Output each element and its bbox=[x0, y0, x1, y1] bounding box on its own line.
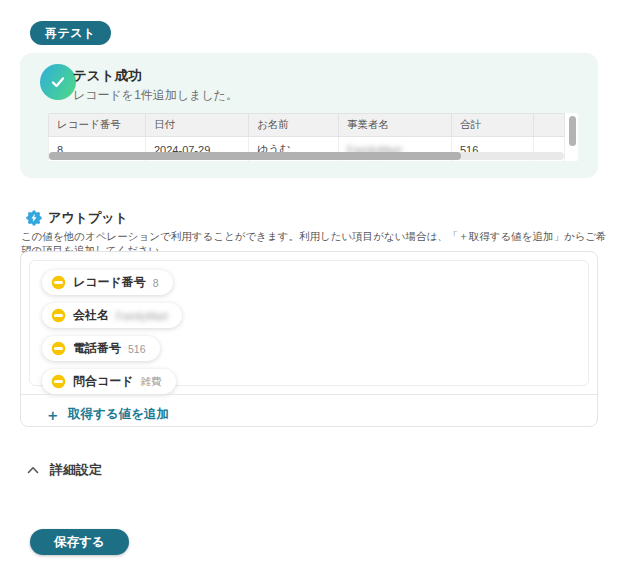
advanced-settings-toggle[interactable]: 詳細設定 bbox=[27, 461, 102, 479]
horizontal-scrollbar-thumb[interactable] bbox=[49, 152, 461, 160]
success-check-icon bbox=[40, 64, 76, 100]
output-badge-icon bbox=[26, 210, 42, 226]
tag-icon bbox=[51, 341, 66, 356]
pill-value: FamilyMart bbox=[116, 310, 168, 322]
output-values-box: レコード番号 8 会社名 FamilyMart 電話番号 516 bbox=[20, 251, 598, 427]
pill-label: 電話番号 bbox=[73, 340, 121, 357]
result-table-scroll-area[interactable]: レコード番号 日付 お名前 事業者名 合計 8 2024-07-29 ゆうむ F… bbox=[48, 113, 578, 161]
save-button[interactable]: 保存する bbox=[30, 529, 129, 555]
column-header-filler bbox=[534, 114, 565, 137]
operation-test-page: 再テスト テスト成功 レコードを1件追加しました。 レコード番号 日付 お名 bbox=[0, 0, 631, 571]
tag-icon bbox=[51, 275, 66, 290]
pill-value: 516 bbox=[128, 343, 146, 355]
success-message: レコードを1件追加しました。 bbox=[73, 87, 238, 104]
test-success-panel: テスト成功 レコードを1件追加しました。 レコード番号 日付 お名前 事業者名 … bbox=[20, 53, 598, 178]
advanced-settings-label: 詳細設定 bbox=[50, 461, 102, 479]
add-output-value-label: 取得する値を追加 bbox=[68, 406, 169, 423]
chevron-up-icon bbox=[27, 466, 39, 474]
output-section-title: アウトプット bbox=[48, 209, 128, 227]
pill-label: レコード番号 bbox=[73, 274, 146, 291]
retest-button[interactable]: 再テスト bbox=[30, 21, 111, 45]
pill-label: 問合コード bbox=[73, 373, 134, 390]
column-header: お名前 bbox=[249, 114, 339, 137]
add-output-value-button[interactable]: ＋ 取得する値を追加 bbox=[21, 394, 597, 434]
pill-value: 8 bbox=[153, 277, 159, 289]
column-header: 合計 bbox=[452, 114, 534, 137]
output-pill-record-number[interactable]: レコード番号 8 bbox=[42, 270, 173, 295]
output-pills-panel: レコード番号 8 会社名 FamilyMart 電話番号 516 bbox=[29, 260, 589, 386]
output-pill-inquiry-code[interactable]: 問合コード 雑費 bbox=[42, 369, 176, 394]
tag-icon bbox=[51, 374, 66, 389]
success-title: テスト成功 bbox=[73, 67, 141, 85]
output-section-header: アウトプット bbox=[26, 209, 128, 227]
table-header-row: レコード番号 日付 お名前 事業者名 合計 bbox=[49, 114, 565, 137]
plus-icon: ＋ bbox=[45, 407, 60, 422]
vertical-scrollbar-thumb[interactable] bbox=[569, 116, 576, 146]
column-header: レコード番号 bbox=[49, 114, 146, 137]
column-header: 事業者名 bbox=[339, 114, 452, 137]
output-pill-phone-number[interactable]: 電話番号 516 bbox=[42, 336, 160, 361]
pill-label: 会社名 bbox=[73, 307, 109, 324]
tag-icon bbox=[51, 308, 66, 323]
pill-value: 雑費 bbox=[141, 375, 162, 389]
column-header: 日付 bbox=[146, 114, 249, 137]
output-pill-company-name[interactable]: 会社名 FamilyMart bbox=[42, 303, 182, 328]
